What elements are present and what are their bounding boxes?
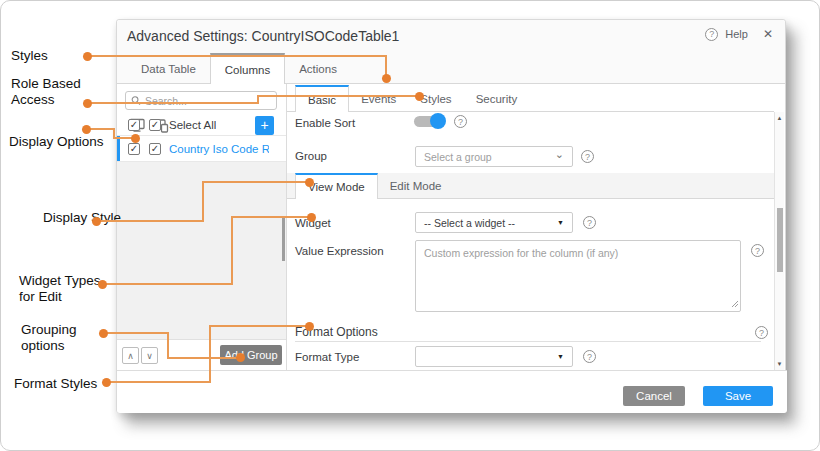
search-box	[125, 91, 277, 110]
move-up-button[interactable]: ∧	[122, 347, 139, 364]
resize-grip-icon[interactable]	[731, 300, 739, 308]
column-settings-panel: Basic Events Styles Security Enable Sort…	[287, 84, 774, 370]
connector-segment	[209, 325, 211, 383]
tab-security[interactable]: Security	[464, 87, 530, 111]
format-type-label: Format Type	[295, 351, 359, 363]
connector-dot	[236, 353, 245, 362]
annotation-widget-types: Widget Types for Edit	[19, 273, 101, 305]
left-scrollbar-thumb[interactable]	[282, 217, 285, 261]
save-button[interactable]: Save	[703, 386, 773, 406]
help-icon[interactable]: ?	[751, 244, 764, 257]
connector-dot	[131, 134, 140, 143]
connector-segment	[167, 332, 169, 359]
connector-dot	[382, 74, 391, 83]
search-icon	[131, 95, 141, 106]
annotation-styles: Styles	[11, 48, 48, 64]
group-label: Group	[295, 150, 327, 162]
right-scrollbar-thumb[interactable]	[777, 208, 783, 272]
select-all-row: ✓ ✓ Select All +	[117, 115, 286, 136]
widget-select[interactable]: -- Select a widget -- ▼	[415, 212, 573, 233]
check-icon: ✓	[151, 120, 159, 130]
check-icon: ✓	[130, 120, 138, 130]
help-link[interactable]: Help	[725, 28, 748, 40]
dialog-title: Advanced Settings: CountryISOCodeTable1	[127, 28, 399, 44]
connector-segment	[202, 181, 309, 183]
dialog-titlebar: Advanced Settings: CountryISOCodeTable1 …	[117, 20, 785, 50]
help-icon[interactable]: ?	[705, 28, 718, 41]
connector-segment	[202, 181, 204, 222]
connector-dot	[83, 99, 92, 108]
connector-dot	[305, 178, 314, 187]
advanced-settings-dialog: Advanced Settings: CountryISOCodeTable1 …	[116, 19, 786, 413]
close-icon[interactable]: ✕	[763, 27, 773, 41]
enable-sort-toggle[interactable]	[414, 113, 446, 129]
connector-segment	[257, 95, 419, 97]
enable-sort-label: Enable Sort	[295, 117, 355, 129]
connector-segment	[209, 325, 311, 327]
help-icon[interactable]: ?	[583, 350, 596, 363]
tab-actions[interactable]: Actions	[285, 55, 351, 83]
tab-basic[interactable]: Basic	[295, 85, 349, 112]
group-select-placeholder: Select a group	[424, 151, 492, 163]
add-column-button[interactable]: +	[255, 116, 274, 135]
column-row-country-iso[interactable]: ✓ ✓ Country Iso Code Re...	[117, 136, 286, 162]
annotation-format-styles: Format Styles	[14, 376, 97, 392]
value-expression-label: Value Expression	[295, 245, 384, 257]
connector-segment	[167, 357, 242, 359]
select-all-label: Select All	[169, 119, 216, 131]
column-checkbox-mobile[interactable]: ✓	[149, 143, 161, 155]
connector-segment	[231, 216, 233, 285]
selected-row-indicator	[117, 136, 120, 161]
section-divider	[295, 341, 761, 342]
tab-edit-mode[interactable]: Edit Mode	[378, 174, 454, 198]
annotation-display-style: Display Style	[43, 210, 121, 226]
connector-segment	[103, 283, 233, 285]
scroll-down-icon[interactable]: ▼	[775, 361, 784, 367]
connector-dot	[307, 213, 316, 222]
tab-data-table[interactable]: Data Table	[127, 55, 210, 83]
connector-dot	[83, 52, 92, 61]
connector-dot	[82, 125, 91, 134]
select-all-checkbox-desktop[interactable]: ✓	[128, 119, 140, 131]
connector-segment	[88, 55, 387, 57]
help-icon[interactable]: ?	[454, 115, 467, 128]
chevron-down-icon: ⌄	[555, 148, 564, 161]
help-icon[interactable]: ?	[581, 150, 594, 163]
mode-tab-strip: View Mode Edit Mode	[287, 173, 774, 199]
help-icon[interactable]: ?	[583, 216, 596, 229]
check-icon: ✓	[151, 144, 159, 154]
select-arrow-icon: ▼	[557, 353, 564, 360]
column-item-label: Country Iso Code Re...	[169, 143, 269, 155]
connector-dot	[102, 378, 111, 387]
column-checkbox-desktop[interactable]: ✓	[128, 143, 140, 155]
cancel-button[interactable]: Cancel	[623, 386, 685, 406]
connector-dot	[98, 280, 107, 289]
annotation-grouping-options: Grouping options	[21, 322, 77, 354]
connector-segment	[231, 216, 313, 218]
connector-segment	[87, 128, 115, 130]
tab-events[interactable]: Events	[349, 87, 408, 111]
dialog-footer: Cancel Save	[117, 370, 787, 413]
select-arrow-icon: ▼	[557, 219, 564, 226]
right-scrollbar[interactable]: ▲ ▼	[774, 112, 784, 370]
connector-segment	[104, 332, 169, 334]
annotation-display-options: Display Options	[9, 134, 104, 150]
format-type-select[interactable]: ▼	[415, 346, 573, 367]
scroll-up-icon[interactable]: ▲	[775, 115, 784, 121]
connector-dot	[99, 329, 108, 338]
connector-segment	[88, 102, 259, 104]
annotation-role-based-access: Role Based Access	[11, 76, 81, 108]
settings-tab-strip: Basic Events Styles Security	[287, 84, 774, 112]
search-input[interactable]	[145, 95, 271, 107]
titlebar-actions: ? Help ✕	[705, 27, 773, 41]
connector-segment	[97, 220, 204, 222]
add-group-button[interactable]: Add Group	[220, 345, 282, 365]
value-expression-textarea[interactable]	[415, 240, 741, 312]
move-down-button[interactable]: ∨	[141, 347, 158, 364]
help-icon[interactable]: ?	[755, 326, 768, 339]
connector-dot	[305, 322, 314, 331]
tab-columns[interactable]: Columns	[210, 53, 285, 84]
select-all-checkbox-mobile[interactable]: ✓	[149, 119, 161, 131]
screenshot-canvas: Advanced Settings: CountryISOCodeTable1 …	[0, 0, 820, 451]
group-select[interactable]: Select a group ⌄	[415, 146, 573, 167]
